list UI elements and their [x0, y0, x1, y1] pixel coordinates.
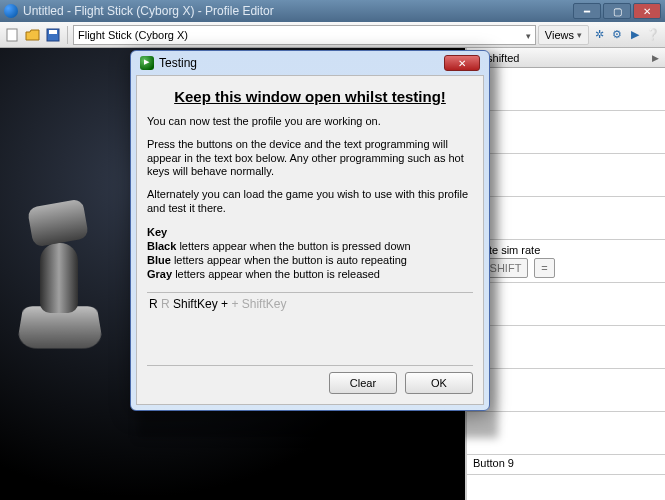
button9-label: Button 9: [473, 457, 514, 469]
views-button[interactable]: Views: [538, 25, 589, 45]
device-dropdown[interactable]: Flight Stick (Cyborg X): [73, 25, 536, 45]
dialog-body: Keep this window open whilst testing! Yo…: [136, 75, 484, 405]
dialog-text: You can now test the profile you are wor…: [147, 115, 473, 129]
app-icon: [4, 4, 18, 18]
dialog-title: Testing: [159, 56, 197, 70]
testing-dialog: Testing ✕ Keep this window open whilst t…: [130, 50, 490, 411]
dialog-heading: Keep this window open whilst testing!: [147, 88, 473, 105]
equals-button[interactable]: =: [534, 258, 554, 278]
play-icon: [140, 56, 154, 70]
close-button[interactable]: ✕: [633, 3, 661, 19]
table-row[interactable]: Button 9: [467, 455, 665, 475]
toolbar: Flight Stick (Cyborg X) Views ✲ ⚙ ▶ ❔: [0, 22, 665, 48]
separator: [67, 26, 68, 44]
open-icon[interactable]: [24, 26, 42, 44]
minimize-button[interactable]: ━: [573, 3, 601, 19]
dialog-text: Press the buttons on the device and the …: [147, 138, 473, 179]
maximize-button[interactable]: ▢: [603, 3, 631, 19]
help-icon[interactable]: ❔: [645, 27, 661, 43]
run-icon[interactable]: ▶: [627, 27, 643, 43]
chevron-down-icon: [523, 29, 531, 41]
titlebar: Untitled - Flight Stick (Cyborg X) - Pro…: [0, 0, 665, 22]
ok-button[interactable]: OK: [405, 372, 473, 394]
clear-button[interactable]: Clear: [329, 372, 397, 394]
dialog-titlebar: Testing ✕: [136, 51, 484, 75]
dialog-text: Alternately you can load the game you wi…: [147, 188, 473, 216]
dialog-close-button[interactable]: ✕: [444, 55, 480, 71]
refresh-icon[interactable]: ✲: [591, 27, 607, 43]
joystick-image: [10, 203, 110, 353]
svg-rect-0: [7, 29, 17, 41]
device-name: Flight Stick (Cyborg X): [78, 29, 188, 41]
chevron-right-icon: ▶: [652, 53, 659, 63]
new-icon[interactable]: [4, 26, 22, 44]
key-legend: Key Black letters appear when the button…: [147, 225, 473, 282]
gear-icon[interactable]: ⚙: [609, 27, 625, 43]
output-textbox[interactable]: R R ShiftKey + + ShiftKey: [147, 292, 473, 366]
save-icon[interactable]: [44, 26, 62, 44]
window-title: Untitled - Flight Stick (Cyborg X) - Pro…: [23, 4, 573, 18]
row-text: erate sim rate: [473, 244, 659, 256]
svg-rect-2: [49, 30, 57, 34]
